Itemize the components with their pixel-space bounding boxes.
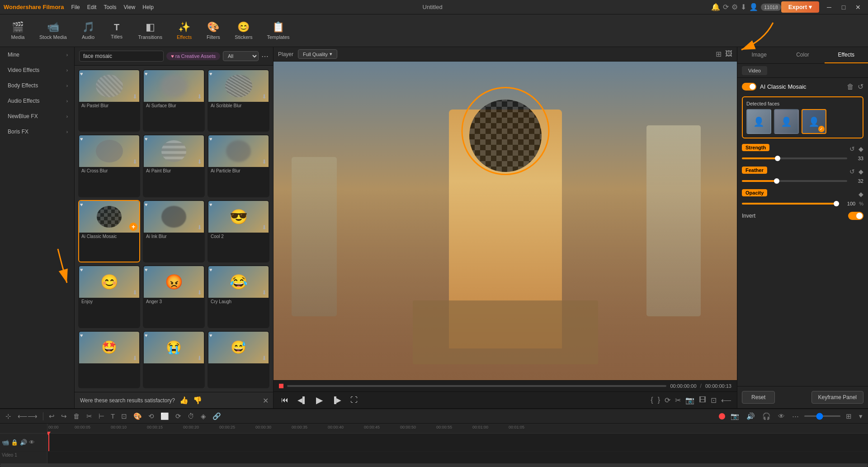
- tool-effects[interactable]: ✨ Effects: [171, 19, 197, 43]
- tab-color[interactable]: Color: [781, 47, 824, 63]
- tl-ripple-tool[interactable]: ⟵⟶: [16, 411, 39, 421]
- settings-icon[interactable]: ⚙: [731, 3, 738, 11]
- tl-redo[interactable]: ↪: [59, 411, 69, 421]
- keyframe-panel-button[interactable]: Keyframe Panel: [811, 391, 863, 404]
- tl-more1[interactable]: ⟲: [146, 411, 156, 421]
- feather-slider[interactable]: [742, 180, 847, 182]
- tool-transitions[interactable]: ◧ Transitions: [133, 19, 168, 43]
- effect-row4b[interactable]: ♥ 😭 ⬇: [143, 331, 205, 388]
- face-thumb-3[interactable]: 👤 ✓: [802, 109, 826, 134]
- tool-stickers[interactable]: 😊 Stickers: [229, 19, 258, 43]
- tool-audio[interactable]: 🎵 Audio: [76, 19, 101, 43]
- effect-ai-cross-blur[interactable]: ♥ ⬇ Ai Cross Blur: [78, 134, 140, 197]
- bracket-left-icon[interactable]: {: [651, 396, 653, 404]
- effect-ai-ink-blur[interactable]: ♥ ⬇ Ai Ink Blur: [143, 200, 205, 262]
- menu-view[interactable]: View: [123, 4, 135, 10]
- effect-enable-toggle[interactable]: [742, 83, 756, 91]
- delete-effect-icon[interactable]: 🗑: [847, 83, 854, 91]
- split-icon[interactable]: ✂: [675, 396, 681, 405]
- feather-diamond-icon[interactable]: ◆: [859, 168, 863, 175]
- invert-toggle[interactable]: [848, 212, 863, 220]
- zoom-slider[interactable]: [804, 415, 840, 417]
- effect-ai-surface-blur[interactable]: ♥ ⬇ Ai Surface Blur: [143, 69, 205, 132]
- tool-templates[interactable]: 📋 Templates: [261, 19, 295, 43]
- feather-reset-icon[interactable]: ↺: [849, 168, 855, 175]
- timeline-scrollbar[interactable]: [0, 463, 868, 467]
- fullscreen-button[interactable]: ⛶: [348, 395, 360, 405]
- step-back-button[interactable]: ◀▌: [295, 396, 309, 405]
- tl-more-btn[interactable]: ⋯: [790, 411, 801, 421]
- snapshot-icon[interactable]: 🖼: [725, 50, 732, 58]
- thumbdown-icon[interactable]: 👎: [193, 396, 202, 405]
- bracket-right-icon[interactable]: }: [658, 396, 660, 404]
- feedback-close-button[interactable]: ✕: [263, 396, 269, 405]
- tl-plus-btn[interactable]: ▾: [857, 411, 864, 421]
- video-track-lock[interactable]: 🔒: [11, 439, 18, 446]
- tl-export-frame[interactable]: ⬜: [159, 411, 171, 421]
- video-track-icon[interactable]: 📹: [2, 439, 9, 446]
- more-options-button[interactable]: ⋯: [261, 52, 269, 61]
- tl-time[interactable]: ⏱: [186, 411, 196, 421]
- strength-reset-icon[interactable]: ↺: [849, 145, 855, 152]
- tool-stock-media[interactable]: 📹 Stock Media: [34, 19, 72, 43]
- tool-titles[interactable]: T Titles: [104, 19, 129, 42]
- tool-filters[interactable]: 🎨 Filters: [201, 19, 226, 43]
- video-shot-icon[interactable]: 🎞: [699, 396, 706, 404]
- effect-ai-paint-blur[interactable]: ♥ ⬇ Ai Paint Blur: [143, 134, 205, 197]
- video-tab-button[interactable]: Video: [742, 66, 767, 75]
- tl-camera-btn[interactable]: 📷: [729, 411, 741, 421]
- tab-image[interactable]: Image: [737, 47, 781, 63]
- tl-crop[interactable]: ⊡: [119, 411, 129, 421]
- effect-row4c[interactable]: ♥ 😅 ⬇: [208, 331, 269, 388]
- timeline-scrollbar-thumb[interactable]: [0, 464, 868, 467]
- tl-eye-btn[interactable]: 👁: [776, 411, 787, 421]
- effect-row4a[interactable]: ♥ 🤩 ⬇: [78, 331, 140, 388]
- notification-icon[interactable]: 🔔: [711, 3, 720, 11]
- effect-cry-laugh[interactable]: ♥ 😂 ⬇ Cry Laugh: [208, 265, 269, 328]
- strength-slider[interactable]: [742, 157, 847, 159]
- filter-dropdown[interactable]: All Free Premium: [223, 51, 259, 61]
- refresh-effect-icon[interactable]: ↺: [858, 82, 863, 91]
- effect-anger-3[interactable]: ♥ 😡 ⬇ Anger 3: [143, 265, 205, 328]
- loop-icon[interactable]: ⟳: [665, 396, 670, 405]
- zoom-icon[interactable]: ⟵: [721, 396, 731, 405]
- menu-edit[interactable]: Edit: [87, 4, 97, 10]
- export-button[interactable]: Export ▾: [781, 1, 819, 13]
- tl-headphones-btn[interactable]: 🎧: [760, 411, 773, 421]
- tool-media[interactable]: 🎬 Media: [5, 19, 30, 43]
- tl-more2[interactable]: ⟳: [174, 411, 183, 421]
- grid-view-icon[interactable]: ⊞: [716, 50, 722, 58]
- tl-grid-btn[interactable]: ⊞: [844, 411, 854, 421]
- progress-bar[interactable]: [287, 385, 666, 387]
- tl-select-tool[interactable]: ⊹: [4, 411, 13, 421]
- tl-cut[interactable]: ✂: [85, 411, 94, 421]
- sidebar-item-newblue-fx[interactable]: NewBlue FX ›: [0, 109, 74, 124]
- opacity-diamond-icon[interactable]: ◆: [859, 191, 863, 198]
- pip-icon[interactable]: ⊡: [711, 396, 717, 405]
- tl-text[interactable]: T: [109, 411, 117, 421]
- effect-cool-2[interactable]: ♥ 😎 ⬇ Cool 2: [208, 200, 269, 262]
- tl-link[interactable]: 🔗: [211, 411, 223, 421]
- search-input[interactable]: [79, 51, 164, 62]
- sync-icon[interactable]: ⟳: [723, 3, 729, 11]
- menu-help[interactable]: Help: [142, 4, 154, 10]
- minimize-button[interactable]: ─: [823, 1, 835, 14]
- maximize-button[interactable]: □: [837, 1, 850, 14]
- sidebar-item-audio-effects[interactable]: Audio Effects ›: [0, 93, 74, 109]
- creative-assets-badge[interactable]: ♥ ra Creative Assets: [166, 52, 220, 60]
- snapshot2-icon[interactable]: 📷: [685, 396, 694, 405]
- sidebar-item-video-effects[interactable]: Video Effects ›: [0, 62, 74, 78]
- tl-undo[interactable]: ↩: [47, 411, 57, 421]
- sidebar-item-mine[interactable]: Mine ›: [0, 47, 74, 62]
- user-icon[interactable]: 👤: [749, 3, 758, 11]
- sidebar-item-boris-fx[interactable]: Boris FX ›: [0, 124, 74, 139]
- menu-file[interactable]: File: [71, 4, 80, 10]
- tl-speaker-btn[interactable]: 🔊: [745, 411, 757, 421]
- face-thumb-1[interactable]: 👤: [746, 109, 771, 134]
- tl-bg[interactable]: ◈: [199, 411, 208, 421]
- video-track-eye[interactable]: 👁: [29, 439, 35, 446]
- effect-ai-pastel-blur[interactable]: ♥ ⬇ Ai Pastel Blur: [78, 69, 140, 132]
- face-thumb-2[interactable]: 👤: [774, 109, 799, 134]
- download-icon[interactable]: ⬇: [741, 3, 746, 11]
- effect-ai-classic-mosaic[interactable]: ♥ + Ai Classic Mosaic: [78, 200, 140, 262]
